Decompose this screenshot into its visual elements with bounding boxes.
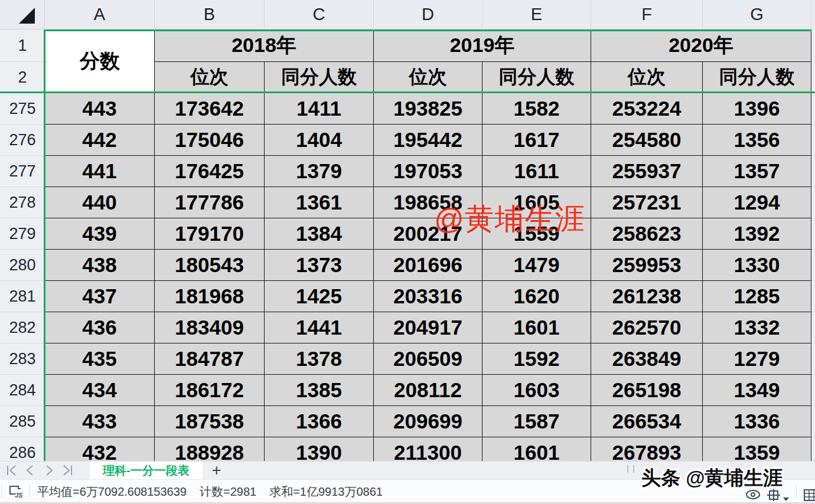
cell[interactable]: 437: [45, 281, 155, 312]
cell-year-2018[interactable]: 2018年: [155, 30, 374, 62]
cell-subheader[interactable]: 同分人数: [265, 62, 374, 93]
cell[interactable]: 204917: [374, 312, 483, 343]
cell[interactable]: 258623: [591, 218, 703, 250]
row-header[interactable]: 275: [0, 93, 45, 125]
cell[interactable]: 1359: [703, 437, 811, 461]
cell[interactable]: 435: [45, 343, 155, 375]
cell[interactable]: 1357: [703, 156, 811, 187]
cell[interactable]: 1378: [265, 343, 374, 375]
row-header[interactable]: 278: [0, 187, 45, 218]
cell-subheader[interactable]: 同分人数: [483, 62, 591, 93]
row-header[interactable]: 281: [0, 281, 45, 312]
cell[interactable]: 203316: [374, 281, 483, 312]
cell[interactable]: 1404: [265, 125, 374, 156]
cell[interactable]: 1601: [483, 312, 591, 343]
cell[interactable]: 263849: [591, 343, 703, 375]
row-header[interactable]: 2: [0, 62, 45, 93]
cell[interactable]: 442: [45, 125, 155, 156]
cell[interactable]: 209699: [374, 406, 483, 437]
cell[interactable]: 186172: [155, 375, 265, 406]
cell[interactable]: 206509: [374, 343, 483, 375]
cell[interactable]: 173642: [155, 93, 265, 125]
cell[interactable]: 1601: [483, 437, 591, 461]
cell[interactable]: 1356: [703, 125, 811, 156]
cell[interactable]: 1620: [483, 281, 591, 312]
cell[interactable]: 1603: [483, 375, 591, 406]
cell-score-label[interactable]: 分数: [45, 31, 155, 91]
js-macro-icon[interactable]: JS: [8, 485, 24, 501]
cell[interactable]: 1285: [703, 281, 811, 312]
row-header[interactable]: 283: [0, 343, 45, 375]
cell[interactable]: 255937: [591, 156, 703, 187]
next-sheet-icon[interactable]: [41, 464, 57, 477]
cell[interactable]: 432: [45, 437, 155, 461]
cell[interactable]: 1336: [703, 406, 811, 437]
cell[interactable]: 262570: [591, 312, 703, 343]
cell[interactable]: 434: [45, 375, 155, 406]
cell[interactable]: 433: [45, 406, 155, 437]
cell[interactable]: 253224: [591, 93, 703, 125]
cell[interactable]: 1294: [703, 187, 811, 218]
row-header[interactable]: 276: [0, 125, 45, 156]
cell-subheader[interactable]: 同分人数: [703, 62, 811, 93]
column-header-c[interactable]: C: [265, 0, 374, 29]
cell[interactable]: 1425: [265, 281, 374, 312]
cell[interactable]: 438: [45, 250, 155, 281]
column-header-a[interactable]: A: [45, 0, 155, 29]
cell[interactable]: 179170: [155, 218, 265, 250]
cell[interactable]: 257231: [591, 187, 703, 218]
first-sheet-icon[interactable]: [4, 464, 19, 477]
cell[interactable]: 1479: [483, 250, 591, 281]
cell[interactable]: 439: [45, 218, 155, 250]
scroll-grip-icon[interactable]: [627, 465, 634, 473]
cell[interactable]: 201696: [374, 250, 483, 281]
cell[interactable]: 261238: [591, 281, 703, 312]
cell[interactable]: 177786: [155, 187, 265, 218]
prev-sheet-icon[interactable]: [22, 464, 38, 477]
cell[interactable]: 193825: [374, 93, 483, 125]
cell[interactable]: 1366: [265, 406, 374, 437]
cell[interactable]: 1390: [265, 437, 374, 461]
last-sheet-icon[interactable]: [60, 464, 76, 477]
cell[interactable]: 176425: [155, 156, 265, 187]
cell-year-2020[interactable]: 2020年: [591, 30, 811, 62]
cell[interactable]: 443: [45, 93, 155, 125]
cell[interactable]: 1392: [703, 218, 811, 250]
cell[interactable]: 1385: [265, 375, 374, 406]
cell[interactable]: 265198: [591, 375, 703, 406]
cell[interactable]: 436: [45, 312, 155, 343]
row-header[interactable]: 286: [0, 437, 45, 461]
column-header-e[interactable]: E: [483, 0, 591, 29]
row-header[interactable]: 277: [0, 156, 45, 187]
cell[interactable]: 1582: [483, 93, 591, 125]
cell[interactable]: 1611: [483, 156, 591, 187]
cell[interactable]: 197053: [374, 156, 483, 187]
cell[interactable]: 1330: [703, 250, 811, 281]
cell[interactable]: 187538: [155, 406, 265, 437]
cell[interactable]: 180543: [155, 250, 265, 281]
cell-subheader[interactable]: 位次: [591, 62, 703, 93]
cell[interactable]: 1349: [703, 375, 811, 406]
row-header[interactable]: 284: [0, 375, 45, 406]
cell[interactable]: 1617: [483, 125, 591, 156]
cell[interactable]: 1441: [265, 312, 374, 343]
column-header-f[interactable]: F: [591, 0, 703, 29]
cell[interactable]: 440: [45, 187, 155, 218]
cell[interactable]: 188928: [155, 437, 265, 461]
cell[interactable]: 175046: [155, 125, 265, 156]
cell-subheader[interactable]: 位次: [374, 62, 483, 93]
row-header[interactable]: 282: [0, 312, 45, 343]
add-sheet-button[interactable]: +: [212, 463, 221, 479]
column-header-b[interactable]: B: [155, 0, 265, 29]
sheet-tab-active[interactable]: 理科-一分一段表: [90, 462, 203, 480]
cell[interactable]: 1396: [703, 93, 811, 125]
cell[interactable]: 1592: [483, 343, 591, 375]
cell[interactable]: 1361: [265, 187, 374, 218]
row-header[interactable]: 279: [0, 218, 45, 250]
cell[interactable]: 211300: [374, 437, 483, 461]
cell[interactable]: 1587: [483, 406, 591, 437]
column-header-d[interactable]: D: [374, 0, 483, 29]
row-header[interactable]: 1: [0, 30, 45, 62]
cell[interactable]: 184787: [155, 343, 265, 375]
cell[interactable]: 208112: [374, 375, 483, 406]
